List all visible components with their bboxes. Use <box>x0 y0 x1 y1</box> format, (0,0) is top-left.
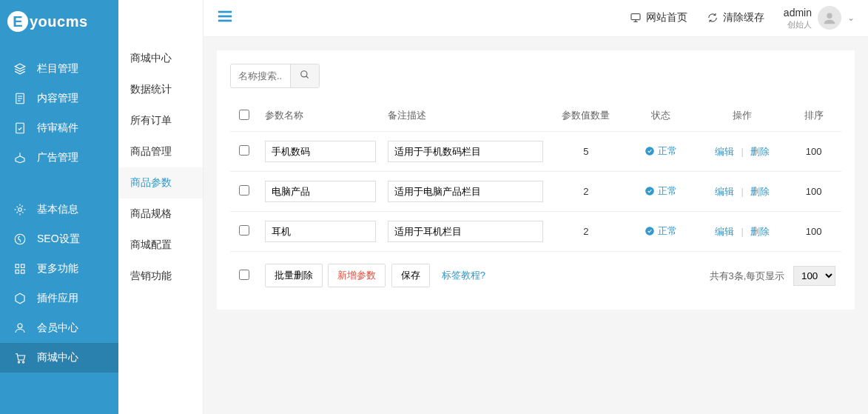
sidebar-item-more[interactable]: 更多功能 <box>0 254 118 284</box>
sidebar-item-label: 待审稿件 <box>37 121 78 135</box>
sidebar-item-members[interactable]: 会员中心 <box>0 313 118 343</box>
user-icon <box>13 321 27 335</box>
save-button[interactable]: 保存 <box>391 264 430 287</box>
sidebar-item-label: 会员中心 <box>37 321 78 335</box>
col-desc: 备注描述 <box>382 100 549 132</box>
homepage-link[interactable]: 网站首页 <box>630 11 687 24</box>
tutorial-link[interactable]: 标签教程? <box>442 270 485 281</box>
sidebar-item-label: 内容管理 <box>37 92 78 105</box>
row-checkbox[interactable] <box>239 185 249 196</box>
row-checkbox[interactable] <box>239 225 249 236</box>
search-input[interactable] <box>231 65 290 87</box>
search-button[interactable] <box>290 64 319 87</box>
check-circle-icon <box>645 146 655 156</box>
svg-point-19 <box>645 227 654 236</box>
params-table: 参数名称 备注描述 参数值数量 状态 操作 排序 5 正常 <box>230 100 841 296</box>
add-param-button[interactable]: 新增参数 <box>328 264 386 287</box>
select-all-footer-checkbox[interactable] <box>239 270 249 280</box>
edit-link[interactable]: 编辑 <box>715 146 734 157</box>
svg-rect-13 <box>218 19 232 21</box>
sort-cell: 100 <box>786 212 841 252</box>
edit-link[interactable]: 编辑 <box>715 226 734 237</box>
sidebar-item-ads[interactable]: 广告管理 <box>0 143 118 173</box>
clear-cache-label: 清除缓存 <box>723 11 764 24</box>
batch-delete-button[interactable]: 批量删除 <box>265 264 323 287</box>
logo-icon: E <box>7 11 28 32</box>
svg-rect-1 <box>16 123 24 133</box>
sub-item-orders[interactable]: 所有订单 <box>118 105 203 136</box>
select-all-checkbox[interactable] <box>239 110 249 120</box>
logo[interactable]: E youcms <box>0 0 118 47</box>
desc-input[interactable] <box>388 181 543 202</box>
col-ops: 操作 <box>699 100 786 132</box>
sidebar-item-label: 更多功能 <box>37 262 78 276</box>
edit-link[interactable]: 编辑 <box>715 186 734 197</box>
total-text: 共有3条,每页显示 <box>710 270 785 281</box>
chevron-down-icon: ⌄ <box>847 13 855 23</box>
homepage-label: 网站首页 <box>646 11 687 24</box>
col-status: 状态 <box>623 100 699 132</box>
sidebar-item-pending[interactable]: 待审稿件 <box>0 113 118 143</box>
sub-item-params[interactable]: 商品参数 <box>118 167 203 198</box>
delete-link[interactable]: 删除 <box>750 226 770 237</box>
seo-icon <box>13 233 27 246</box>
sidebar-item-label: 栏目管理 <box>37 62 78 76</box>
delete-link[interactable]: 删除 <box>750 146 770 157</box>
sub-item-mall-center[interactable]: 商城中心 <box>118 43 203 74</box>
sidebar-item-settings[interactable]: 基本信息 <box>0 195 118 224</box>
svg-point-8 <box>18 324 22 328</box>
per-page-select[interactable]: 100 <box>793 266 835 286</box>
desc-input[interactable] <box>388 221 543 242</box>
sidebar-item-seo[interactable]: SEO设置 <box>0 224 118 254</box>
sub-item-stats[interactable]: 数据统计 <box>118 74 203 105</box>
name-input[interactable] <box>265 221 376 242</box>
count-cell: 2 <box>549 172 623 212</box>
sub-item-marketing[interactable]: 营销功能 <box>118 261 203 292</box>
svg-point-16 <box>301 71 307 77</box>
search-icon <box>300 70 310 80</box>
svg-rect-4 <box>16 264 19 268</box>
name-input[interactable] <box>265 181 376 202</box>
user-name: admin <box>784 6 812 19</box>
user-menu[interactable]: admin 创始人 ⌄ <box>784 6 855 30</box>
sidebar-item-label: 基本信息 <box>37 203 78 216</box>
hamburger-button[interactable] <box>217 8 233 29</box>
subsidebar: 商城中心 数据统计 所有订单 商品管理 商品参数 商品规格 商城配置 营销功能 <box>118 0 203 414</box>
row-checkbox[interactable] <box>239 145 249 156</box>
sort-cell: 100 <box>786 132 841 172</box>
sidebar-item-label: 商城中心 <box>37 351 78 364</box>
count-cell: 2 <box>549 212 623 252</box>
count-cell: 5 <box>549 132 623 172</box>
cart-icon <box>13 351 27 364</box>
table-row: 2 正常 编辑 | 删除 100 <box>230 212 841 252</box>
check-circle-icon <box>645 186 655 196</box>
name-input[interactable] <box>265 141 376 162</box>
sidebar-item-plugins[interactable]: 插件应用 <box>0 284 118 313</box>
sub-item-products[interactable]: 商品管理 <box>118 136 203 167</box>
col-name: 参数名称 <box>259 100 382 132</box>
svg-rect-7 <box>21 270 25 274</box>
sidebar-item-label: SEO设置 <box>37 233 80 246</box>
sub-item-specs[interactable]: 商品规格 <box>118 198 203 230</box>
svg-rect-11 <box>218 10 232 13</box>
avatar <box>818 6 841 30</box>
svg-rect-5 <box>21 264 25 268</box>
svg-point-15 <box>827 13 832 19</box>
sub-item-config[interactable]: 商城配置 <box>118 230 203 261</box>
sidebar-item-mall[interactable]: 商城中心 <box>0 343 118 373</box>
check-circle-icon <box>645 226 655 236</box>
clear-cache-link[interactable]: 清除缓存 <box>707 11 764 24</box>
user-role: 创始人 <box>784 19 812 30</box>
desc-input[interactable] <box>388 141 543 162</box>
stack-icon <box>13 62 27 76</box>
sidebar-item-columns[interactable]: 栏目管理 <box>0 54 118 84</box>
delete-link[interactable]: 删除 <box>750 186 770 197</box>
svg-point-10 <box>22 361 24 363</box>
svg-point-2 <box>18 208 22 212</box>
doc-icon <box>13 92 27 105</box>
svg-point-18 <box>645 187 654 196</box>
svg-rect-14 <box>631 14 640 20</box>
svg-point-9 <box>18 361 19 363</box>
sidebar-item-content[interactable]: 内容管理 <box>0 84 118 113</box>
sidebar-item-label: 插件应用 <box>37 292 78 305</box>
